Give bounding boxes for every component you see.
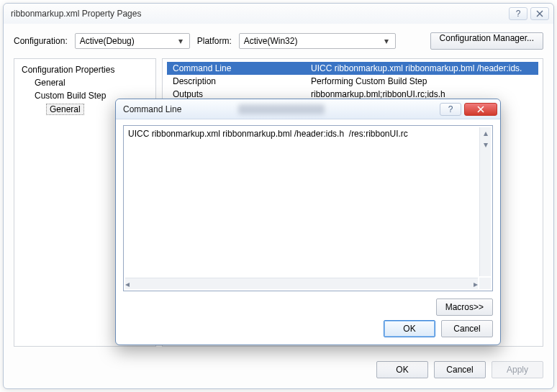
modal-title: Command Line: [123, 104, 235, 114]
horizontal-scrollbar[interactable]: ◂ ▸: [125, 278, 478, 289]
scroll-corner: [479, 278, 491, 289]
platform-label: Platform:: [197, 36, 232, 46]
configuration-manager-button[interactable]: Configuration Manager...: [430, 32, 543, 50]
tree-item-custom-general-label: General: [46, 104, 84, 115]
vertical-scrollbar[interactable]: ▴ ▾: [479, 127, 491, 276]
scroll-left-icon[interactable]: ◂: [125, 279, 130, 289]
scroll-right-icon[interactable]: ▸: [474, 279, 478, 289]
modal-button-row: Macros>>: [123, 298, 493, 316]
main-apply-button: Apply: [492, 361, 543, 378]
prop-label-outputs: Outputs: [167, 89, 311, 99]
main-titlebar[interactable]: ribbonmarkup.xml Property Pages ?: [4, 4, 553, 24]
prop-label-description: Description: [167, 76, 311, 86]
modal-cancel-button[interactable]: Cancel: [441, 320, 493, 337]
prop-row-description[interactable]: Description Performing Custom Build Step: [167, 75, 538, 88]
modal-button-row-2: OK Cancel: [123, 320, 493, 337]
command-line-editor-wrap: ▴ ▾ ◂ ▸: [123, 125, 493, 291]
tree-root[interactable]: Configuration Properties: [17, 63, 153, 76]
prop-row-command-line[interactable]: Command Line UICC ribbonmarkup.xml ribbo…: [167, 62, 538, 75]
help-button[interactable]: ?: [509, 7, 527, 20]
prop-value-outputs: ribbonmarkup.bml;ribbonUI.rc;ids.h: [311, 89, 538, 99]
prop-label-command-line: Command Line: [167, 63, 311, 73]
modal-titlebar[interactable]: Command Line ?: [116, 99, 500, 119]
chevron-down-icon: ▾: [381, 36, 392, 46]
modal-client: ▴ ▾ ◂ ▸ Macros>> OK Cancel: [123, 125, 493, 337]
prop-value-command-line: UICC ribbonmarkup.xml ribbonmarkup.bml /…: [311, 63, 538, 73]
close-icon: [476, 106, 485, 113]
command-line-dialog: Command Line ? ▴ ▾ ◂ ▸ Macros>> OK: [115, 99, 501, 345]
configuration-label: Configuration:: [14, 36, 68, 46]
platform-combo[interactable]: Active(Win32) ▾: [239, 33, 396, 49]
scroll-down-icon[interactable]: ▾: [480, 139, 491, 150]
configuration-value: Active(Debug): [80, 36, 175, 46]
modal-ok-button[interactable]: OK: [384, 320, 435, 337]
modal-close-button[interactable]: [464, 103, 497, 116]
command-line-textarea[interactable]: [125, 127, 478, 276]
macros-button[interactable]: Macros>>: [436, 298, 493, 316]
main-button-row: OK Cancel Apply: [376, 361, 543, 378]
scroll-up-icon[interactable]: ▴: [480, 127, 491, 139]
modal-title-blur: [238, 104, 325, 114]
platform-value: Active(Win32): [244, 36, 381, 46]
config-row: Configuration: Active(Debug) ▾ Platform:…: [14, 32, 543, 50]
prop-value-description: Performing Custom Build Step: [311, 76, 538, 86]
modal-help-button[interactable]: ?: [440, 103, 461, 116]
configuration-combo[interactable]: Active(Debug) ▾: [75, 33, 190, 49]
tree-item-general[interactable]: General: [17, 76, 153, 89]
main-ok-button[interactable]: OK: [376, 361, 428, 378]
close-button[interactable]: [530, 7, 549, 20]
window-title: ribbonmarkup.xml Property Pages: [11, 9, 506, 19]
main-cancel-button[interactable]: Cancel: [434, 361, 486, 378]
chevron-down-icon: ▾: [175, 36, 186, 46]
